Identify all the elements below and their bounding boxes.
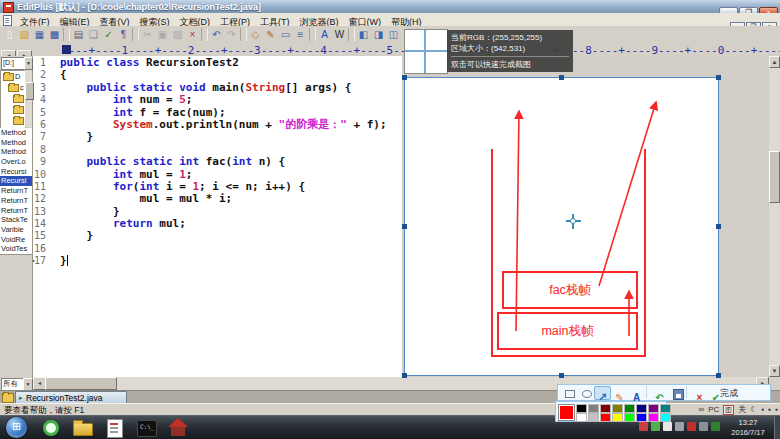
folder-tree-item[interactable]: D bbox=[1, 71, 25, 82]
editor-vertical-scrollbar[interactable]: ▲ ▼ bbox=[769, 56, 780, 377]
taskbar-terminal-icon[interactable] bbox=[132, 417, 160, 439]
paste-icon[interactable]: ▨ bbox=[170, 27, 185, 42]
palette-color[interactable] bbox=[648, 413, 659, 422]
window-layout-icon[interactable]: ◫ bbox=[386, 27, 401, 42]
print-icon[interactable]: ▤ bbox=[71, 27, 86, 42]
folder-tree-item[interactable]: c bbox=[1, 82, 25, 93]
arrow-tool[interactable]: ↗ bbox=[594, 386, 611, 400]
capture-selection-canvas[interactable]: fac栈帧 main栈帧 bbox=[404, 77, 719, 376]
selection-handle[interactable] bbox=[559, 75, 564, 80]
taskbar-clock[interactable]: 13:27 2016/7/17 bbox=[724, 418, 772, 438]
file-list-item[interactable]: ReturnT bbox=[0, 206, 32, 216]
reformat-icon[interactable]: ¶ bbox=[116, 27, 131, 42]
cancel-button[interactable]: × bbox=[691, 386, 708, 400]
tray-icon[interactable] bbox=[675, 422, 684, 431]
edit-pencil-icon[interactable]: ✎ bbox=[263, 27, 278, 42]
window-layout-icon[interactable]: ◨ bbox=[371, 27, 386, 42]
search-icon[interactable]: ◇ bbox=[248, 27, 263, 42]
file-list-item[interactable]: Method bbox=[0, 138, 32, 148]
brush-tool[interactable]: ✎ bbox=[611, 386, 628, 400]
file-list-item[interactable]: ReturnT bbox=[0, 196, 32, 206]
file-list-item[interactable]: ReturnT bbox=[0, 186, 32, 196]
start-button[interactable] bbox=[2, 417, 32, 439]
palette-color[interactable] bbox=[612, 413, 623, 422]
tray-icon[interactable] bbox=[687, 422, 696, 431]
text-tool[interactable]: A bbox=[628, 386, 645, 400]
scroll-thumb[interactable] bbox=[45, 377, 117, 390]
new-file-icon[interactable]: ▯ bbox=[2, 27, 17, 42]
file-list-item[interactable]: OverLo bbox=[0, 157, 32, 167]
file-list-item[interactable]: Recursi bbox=[0, 167, 32, 177]
save-icon[interactable]: ▦ bbox=[32, 27, 47, 42]
delete-icon[interactable]: × bbox=[185, 27, 200, 42]
palette-color[interactable] bbox=[660, 413, 671, 422]
tray-icon[interactable] bbox=[651, 422, 660, 431]
window-layout-icon[interactable]: ◧ bbox=[356, 27, 371, 42]
rect-tool[interactable] bbox=[560, 386, 577, 400]
palette-color[interactable] bbox=[636, 413, 647, 422]
file-list-item[interactable]: Method bbox=[0, 147, 32, 157]
folder-tree-item[interactable] bbox=[1, 115, 25, 126]
taskbar-browser-icon[interactable] bbox=[36, 417, 64, 439]
save-all-icon[interactable]: ▩ bbox=[47, 27, 62, 42]
tray-icon[interactable] bbox=[663, 422, 672, 431]
stack-container-right-edge bbox=[644, 149, 646, 357]
selection-handle[interactable] bbox=[402, 75, 407, 80]
bookmark-icon[interactable]: ▭ bbox=[278, 27, 293, 42]
line-number: 14 bbox=[33, 218, 46, 230]
cut-icon[interactable]: ✂ bbox=[140, 27, 155, 42]
selection-handle[interactable] bbox=[559, 373, 564, 378]
taskbar-folder-icon[interactable] bbox=[68, 417, 96, 439]
print-preview-icon[interactable]: ❏ bbox=[86, 27, 101, 42]
undo-icon[interactable]: ↶ bbox=[209, 27, 224, 42]
file-list-item[interactable]: Method bbox=[0, 128, 32, 138]
spell-check-icon[interactable]: ✓ bbox=[101, 27, 116, 42]
font-icon[interactable]: A bbox=[317, 27, 332, 42]
palette-color[interactable] bbox=[588, 413, 599, 422]
selection-handle[interactable] bbox=[716, 373, 721, 378]
scroll-down-icon[interactable]: ▼ bbox=[769, 365, 780, 377]
current-color-swatch[interactable] bbox=[558, 404, 575, 421]
rectangle-shape-icon bbox=[565, 390, 575, 398]
stack-container-bottom-edge bbox=[491, 355, 646, 357]
file-list-item[interactable]: VoidRe bbox=[0, 235, 32, 245]
selection-handle[interactable] bbox=[716, 224, 721, 229]
palette-color[interactable] bbox=[624, 413, 635, 422]
word-wrap-icon[interactable]: W bbox=[332, 27, 347, 42]
show-desktop-button[interactable] bbox=[774, 416, 780, 439]
copy-icon[interactable]: ▣ bbox=[155, 27, 170, 42]
selection-handle[interactable] bbox=[716, 75, 721, 80]
indent-icon[interactable]: ≡ bbox=[293, 27, 308, 42]
selection-handle[interactable] bbox=[402, 373, 407, 378]
file-list-item[interactable]: VoidTes bbox=[0, 244, 32, 254]
drive-dropdown-icon[interactable]: ▼ bbox=[24, 57, 33, 70]
folder-tree-item[interactable] bbox=[1, 93, 25, 104]
undo-button[interactable]: ↶ bbox=[651, 386, 668, 400]
clock-time: 13:27 bbox=[739, 418, 758, 427]
magnifier-crosshair-horizontal bbox=[405, 50, 447, 52]
ellipse-tool[interactable] bbox=[577, 386, 594, 400]
save-button[interactable] bbox=[668, 386, 685, 400]
taskbar-notepad-icon[interactable] bbox=[100, 417, 128, 439]
open-file-icon[interactable]: ▨ bbox=[17, 27, 32, 42]
tray-icon[interactable] bbox=[711, 422, 720, 431]
folder-tree-scrollbar[interactable] bbox=[25, 70, 32, 127]
redo-icon[interactable]: ↷ bbox=[224, 27, 239, 42]
file-list-item[interactable]: Varible bbox=[0, 225, 32, 235]
selection-handle[interactable] bbox=[402, 224, 407, 229]
folder-tree-item[interactable] bbox=[1, 104, 25, 115]
scroll-thumb[interactable] bbox=[769, 151, 780, 203]
done-button[interactable]: ✔完成 bbox=[708, 386, 742, 400]
tray-icon[interactable] bbox=[639, 422, 648, 431]
ime-picture-icon[interactable]: 图 bbox=[723, 405, 734, 415]
title-bar: EditPlus [默认] - [D:\code\chapter02\Recur… bbox=[0, 0, 780, 14]
tray-icon[interactable] bbox=[699, 422, 708, 431]
taskbar-home-icon[interactable] bbox=[164, 417, 192, 439]
folder-icon[interactable] bbox=[2, 393, 14, 403]
file-list-item[interactable]: Recursi bbox=[0, 176, 32, 186]
palette-color[interactable] bbox=[600, 413, 611, 422]
scroll-up-icon[interactable]: ▲ bbox=[769, 56, 780, 68]
file-list-item[interactable]: StackTe bbox=[0, 215, 32, 225]
palette-color[interactable] bbox=[576, 413, 587, 422]
scroll-thumb[interactable] bbox=[25, 82, 34, 100]
